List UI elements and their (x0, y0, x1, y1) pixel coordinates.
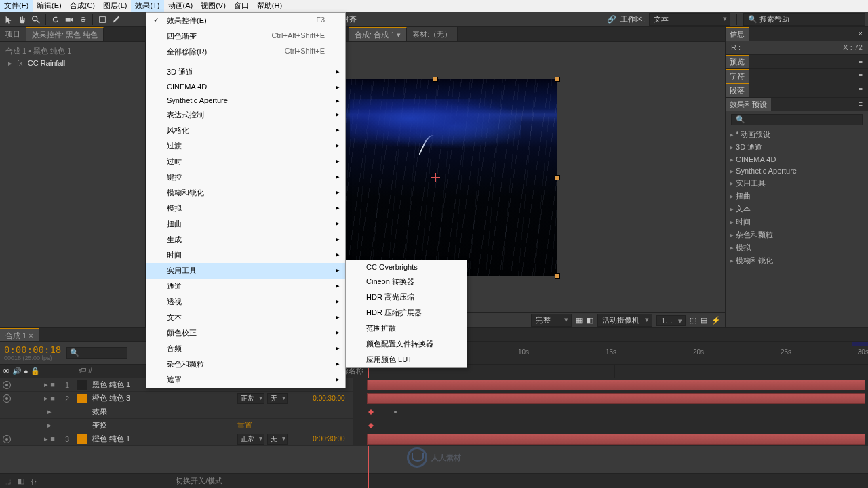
grid-icon[interactable]: ▦ (576, 316, 583, 325)
menu-animation[interactable]: 动画(A) (164, 0, 197, 12)
menu-item[interactable]: 颜色校正 (146, 325, 345, 341)
layer-name[interactable]: 变换 (90, 420, 237, 430)
menu-item[interactable]: 全部移除(R)Ctrl+Shift+E (146, 44, 345, 60)
preset-item[interactable]: 实用工具 (726, 177, 868, 190)
eye-icon[interactable] (3, 394, 11, 403)
menu-composition[interactable]: 合成(C) (66, 0, 99, 12)
timeline-tab-comp1[interactable]: 合成 1 × (0, 328, 39, 341)
menu-view[interactable]: 视图(V) (197, 0, 230, 12)
menu-file[interactable]: 文件(F) (0, 0, 33, 12)
layer-duration-bar[interactable] (367, 380, 865, 390)
preset-item[interactable]: CINEMA 4D (726, 154, 868, 165)
camera-dropdown[interactable]: 活动摄像机 (597, 314, 652, 327)
mask-icon[interactable]: ◧ (587, 316, 593, 325)
help-search[interactable]: 🔍 搜索帮助 (743, 13, 865, 26)
selection-tool[interactable] (3, 14, 15, 26)
reset-link[interactable]: 重置 (237, 420, 252, 430)
track-matte-dropdown[interactable]: 无 (267, 434, 288, 445)
menu-item[interactable]: 3D 通道 (146, 64, 345, 80)
layer-name[interactable]: 橙色 纯色 3 (90, 393, 237, 403)
hand-tool[interactable] (16, 14, 28, 26)
solo-column-icon[interactable]: ● (24, 367, 28, 375)
timeline-layer[interactable]: ▸变换重置 (0, 419, 868, 432)
menu-edit[interactable]: 编辑(E) (33, 0, 66, 12)
rotation-tool[interactable] (50, 14, 62, 26)
current-timecode[interactable]: 0:00:00:18 (4, 344, 61, 355)
tab-footage[interactable]: 素材:（无） (407, 27, 458, 41)
menu-item[interactable]: 遮罩 (146, 372, 345, 388)
eye-icon[interactable] (3, 435, 11, 443)
preset-item[interactable]: 扭曲 (726, 190, 868, 203)
menu-layer[interactable]: 图层(L) (99, 0, 131, 12)
menu-item[interactable]: 文本 (146, 310, 345, 325)
menu-window[interactable]: 窗口 (230, 0, 253, 12)
preset-item[interactable]: * 动画预设 (726, 128, 868, 141)
menu-item[interactable]: 模拟 (146, 201, 345, 216)
menu-item[interactable]: 透视 (146, 294, 345, 310)
layer-duration-bar[interactable] (367, 393, 865, 404)
lock-column-icon[interactable]: 🔒 (31, 367, 40, 375)
menu-item[interactable]: 实用工具 (146, 263, 345, 279)
layer-duration-bar[interactable] (367, 434, 865, 445)
layer-color-swatch[interactable] (77, 380, 87, 390)
toggle-switches-icon[interactable]: ⬚ (4, 476, 11, 485)
submenu-item[interactable]: 范围扩散 (346, 321, 467, 336)
toggle-brackets-icon[interactable]: {} (31, 477, 36, 485)
submenu-item[interactable]: CC Overbrights (346, 260, 467, 274)
preset-item[interactable]: 3D 通道 (726, 141, 868, 154)
preset-item[interactable]: 文本 (726, 203, 868, 216)
menu-effect[interactable]: 效果(T) (131, 0, 163, 12)
timeline-layer[interactable]: ▸效果 (0, 405, 868, 419)
menu-item[interactable]: 生成 (146, 232, 345, 247)
timeline-layer[interactable]: ▸ ■1黑色 纯色 1 (0, 378, 868, 392)
menu-item[interactable]: 模糊和锐化 (146, 185, 345, 201)
anchor-tool[interactable]: ⊕ (77, 14, 89, 26)
layer-color-swatch[interactable] (77, 394, 87, 403)
menu-item[interactable]: 音频 (146, 341, 345, 357)
menu-item[interactable]: 表达式控制 (146, 107, 345, 123)
effect-cc-rainfall[interactable]: fx CC Rainfall (3, 58, 142, 69)
submenu-item[interactable]: 应用颜色 LUT (346, 352, 467, 367)
panel-info[interactable]: 信息 (726, 27, 749, 41)
rect-tool[interactable] (96, 14, 108, 26)
camera-tool[interactable] (63, 14, 75, 26)
menu-item[interactable]: 通道 (146, 279, 345, 294)
preset-item[interactable]: 杂色和颗粒 (726, 228, 868, 241)
handle-mr[interactable] (555, 175, 560, 180)
menu-item[interactable]: 四色渐变Ctrl+Alt+Shift+E (146, 28, 345, 44)
toggle-modes-icon[interactable]: ◧ (18, 476, 24, 485)
keyframe-icon[interactable] (368, 423, 374, 428)
preset-item[interactable]: Synthetic Aperture (726, 165, 868, 177)
tab-project[interactable]: 项目 (0, 27, 26, 41)
submenu-item[interactable]: Cineon 转换器 (346, 274, 467, 289)
layer-color-swatch[interactable] (77, 434, 87, 444)
submenu-item[interactable]: HDR 高光压缩 (346, 289, 467, 305)
zoom-tool[interactable] (30, 14, 42, 26)
viewer-opt-2-icon[interactable]: ▤ (701, 316, 707, 325)
menu-item[interactable]: 风格化 (146, 123, 345, 138)
menu-item[interactable]: CINEMA 4D (146, 80, 345, 94)
eye-column-icon[interactable]: 👁 (3, 367, 10, 375)
blend-mode-dropdown[interactable]: 正常 (237, 434, 264, 445)
submenu-item[interactable]: 颜色配置文件转换器 (346, 336, 467, 352)
audio-column-icon[interactable]: 🔊 (12, 367, 22, 375)
timeline-layer[interactable]: ▸ ■2橙色 纯色 3正常无0:00:30:00 (0, 392, 868, 405)
menu-item[interactable]: 过时 (146, 154, 345, 169)
viewer-opt-3-icon[interactable]: ⚡ (711, 316, 721, 325)
panel-preview[interactable]: 预览 (726, 55, 749, 68)
menu-help[interactable]: 帮助(H) (253, 0, 286, 12)
submenu-item[interactable]: HDR 压缩扩展器 (346, 305, 467, 321)
preset-item[interactable]: 时间 (726, 216, 868, 228)
timeline-search[interactable]: 🔍 (66, 347, 127, 359)
menu-item[interactable]: 扭曲 (146, 216, 345, 232)
menu-item[interactable]: 键控 (146, 169, 345, 185)
menu-item[interactable]: Synthetic Aperture (146, 94, 345, 107)
link-icon[interactable]: 🔗 (607, 15, 616, 24)
views-dropdown[interactable]: 1… (656, 315, 686, 326)
menu-item[interactable]: 杂色和颗粒 (146, 357, 345, 372)
tab-composition-view[interactable]: 合成: 合成 1 ▾ (349, 27, 407, 41)
panel-effects-presets[interactable]: 效果和预设 (726, 98, 771, 111)
menu-item[interactable]: 效果控件(E)F3 (146, 13, 345, 28)
handle-tr[interactable] (555, 77, 560, 82)
layer-name[interactable]: 橙色 纯色 1 (90, 434, 237, 444)
